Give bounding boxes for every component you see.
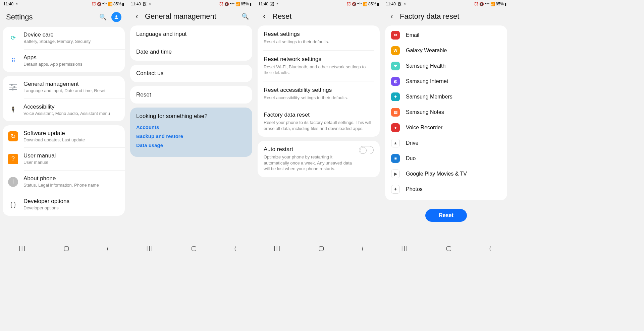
item-title: Software update [23,130,119,137]
app-row: ●Voice Recorder [385,120,507,135]
item-factory-data-reset[interactable]: Factory data reset Reset your phone to i… [258,106,380,137]
account-avatar[interactable] [111,12,121,22]
update-icon: ↻ [8,131,18,141]
link-backup-restore[interactable]: Backup and restore [136,133,246,139]
app-row: ◐Samsung Internet [385,74,507,89]
item-auto-restart[interactable]: Auto restart Optimize your phone by rest… [258,141,380,177]
item-sub: Download updates, Last update [23,137,119,143]
signal-icon: 📶 [363,2,368,6]
search-icon[interactable]: 🔍 [241,13,249,20]
mute-icon: 🔇 [97,2,102,6]
item-accessibility[interactable]: 🕴 Accessibility Voice Assistant, Mono au… [3,99,125,121]
item-sub: Language and input, Date and time, Reset [23,88,119,94]
item-contact-us[interactable]: Contact us [130,65,252,82]
item-date-time[interactable]: Date and time [130,43,252,61]
gm-group-3: Reset [130,86,252,104]
auto-restart-group: Auto restart Optimize your phone by rest… [258,141,380,177]
item-title: General management [23,81,119,87]
nav-bar: ||| ⟨ [382,243,510,255]
battery-pct: 85% [113,2,121,6]
battery-icon: ▮ [250,2,252,6]
back-icon[interactable]: ‹ [388,12,395,21]
app-icon: ▤ [391,108,400,117]
header: Settings 🔍 [0,8,127,27]
item-apps[interactable]: ⠿ Apps Default apps, App permissions [3,50,125,72]
search-icon[interactable]: 🔍 [99,13,107,21]
app-icon: W [391,46,400,55]
item-reset[interactable]: Reset [130,86,252,104]
item-about-phone[interactable]: i About phone Status, Legal information,… [3,171,125,193]
nav-recents[interactable]: ||| [401,246,408,252]
nav-recents[interactable]: ||| [19,246,26,252]
settings-group-2: General management Language and input, D… [3,76,125,121]
item-title: Accessibility [23,104,119,110]
app-label: Drive [406,140,418,146]
nav-back[interactable]: ⟨ [362,246,364,252]
page-title: General management [145,12,237,21]
nav-home[interactable] [192,246,196,251]
screen-factory-data-reset: 11:40🖼ᯤ ⏰🔇⁴ᴳ⁺📶85%▮ ‹ Factory data reset … [382,0,510,255]
svg-point-0 [115,15,117,17]
item-sub: User manual [23,160,119,166]
item-reset-accessibility[interactable]: Reset accessibility settings Reset acces… [258,81,380,106]
image-icon: 🖼 [270,2,274,6]
nav-home[interactable] [64,246,69,251]
item-sub: Default apps, App permissions [23,62,119,67]
wifi-icon: ᯤ [149,2,152,6]
item-device-care[interactable]: ⟳ Device care Battery, Storage, Memory, … [3,27,125,49]
nav-home[interactable] [446,246,451,251]
item-developer-options[interactable]: { } Developer options Developer options [3,193,125,216]
nav-back[interactable]: ⟨ [107,246,109,252]
alarm-icon: ⏰ [92,2,96,6]
screen-general-management: 11:40🖼ᯤ ⏰🔇⁴ᴳ⁺📶85%▮ ‹ General management … [127,0,255,255]
app-label: Samsung Health [406,63,445,69]
apps-icon: ⠿ [8,56,18,66]
app-row: ✉Email [385,27,507,43]
wifi-icon: ᯤ [276,2,280,6]
nav-recents[interactable]: ||| [146,246,153,252]
item-language-input[interactable]: Language and input [130,25,252,43]
manual-icon: ? [8,154,18,164]
image-icon: 🖼 [398,2,401,6]
reset-button[interactable]: Reset [425,209,467,222]
item-reset-settings[interactable]: Reset settings Reset all settings to the… [258,25,380,50]
nav-bar: ||| ⟨ [0,243,127,255]
clock: 11:40 [3,2,13,6]
back-icon[interactable]: ‹ [133,12,140,21]
app-row: ✦Photos [385,182,507,197]
header: ‹ General management 🔍 [127,8,255,25]
alarm-icon: ⏰ [346,2,351,6]
item-reset-network[interactable]: Reset network settings Reset Wi-Fi, Blue… [258,51,380,81]
nav-recents[interactable]: ||| [274,246,281,252]
item-sub: Developer options [23,205,119,211]
link-data-usage[interactable]: Data usage [136,142,246,148]
network-icon: ⁴ᴳ⁺ [102,2,107,6]
app-icon: ◐ [391,77,400,86]
item-sub: Voice Assistant, Mono audio, Assistant m… [23,111,119,117]
mute-icon: 🔇 [224,2,229,6]
app-label: Google Play Movies & TV [406,171,467,177]
link-accounts[interactable]: Accounts [136,124,246,130]
about-icon: i [8,177,18,187]
nav-back[interactable]: ⟨ [234,246,236,252]
status-bar: 11:40🖼ᯤ ⏰🔇⁴ᴳ⁺📶85%▮ [255,0,382,8]
item-software-update[interactable]: ↻ Software update Download updates, Last… [3,125,125,148]
status-bar: 11:40🖼ᯤ ⏰🔇⁴ᴳ⁺📶85%▮ [127,0,255,8]
dev-icon: { } [8,200,18,210]
app-label: Email [406,32,419,38]
app-row: WGalaxy Wearable [385,43,507,58]
nav-back[interactable]: ⟨ [489,246,491,252]
suggest-head: Looking for something else? [136,113,246,120]
item-user-manual[interactable]: ? User manual User manual [3,148,125,170]
auto-restart-toggle[interactable] [359,146,374,154]
app-row: ✦Samsung Members [385,89,507,105]
back-icon[interactable]: ‹ [261,12,268,21]
sliders-icon [8,82,18,92]
gm-group-1: Language and input Date and time [130,25,252,61]
devicecare-icon: ⟳ [8,33,18,43]
nav-home[interactable] [319,246,324,251]
item-general-management[interactable]: General management Language and input, D… [3,76,125,98]
app-label: Photos [406,186,423,192]
clock: 11:40 [131,2,141,6]
app-icon: ■ [391,154,400,163]
